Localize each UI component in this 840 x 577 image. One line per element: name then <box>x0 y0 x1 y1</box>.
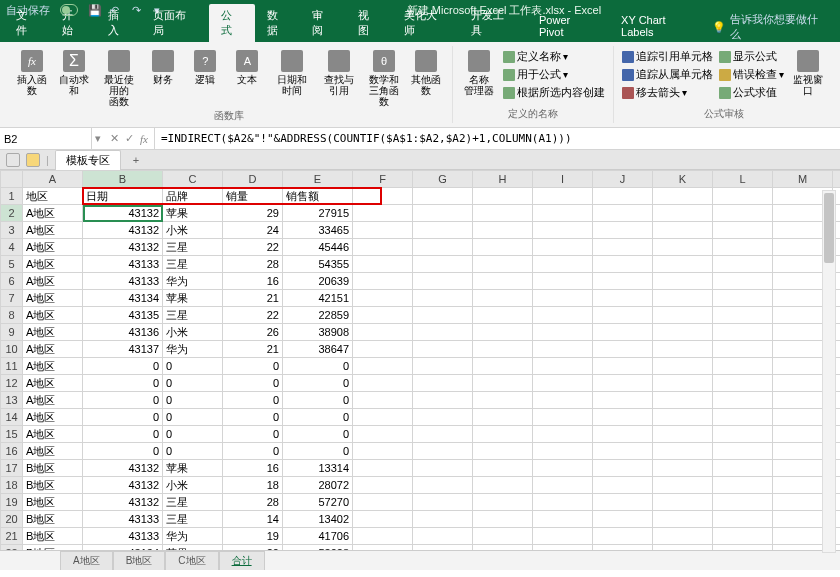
tab-review[interactable]: 审阅 <box>300 4 346 42</box>
cell-K1[interactable] <box>653 188 713 205</box>
cell-E9[interactable]: 38908 <box>283 324 353 341</box>
cell-E2[interactable]: 27915 <box>283 205 353 222</box>
cell-D14[interactable]: 0 <box>223 409 283 426</box>
cell-I19[interactable] <box>533 494 593 511</box>
cell-D8[interactable]: 22 <box>223 307 283 324</box>
cell-L12[interactable] <box>713 375 773 392</box>
tab-developer[interactable]: 开发工具 <box>459 4 527 42</box>
cell-E19[interactable]: 57270 <box>283 494 353 511</box>
cell-G18[interactable] <box>413 477 473 494</box>
cell-F3[interactable] <box>353 222 413 239</box>
cell-J20[interactable] <box>593 511 653 528</box>
cell-L20[interactable] <box>713 511 773 528</box>
cell-F11[interactable] <box>353 358 413 375</box>
use-in-formula-button[interactable]: 用于公式 ▾ <box>501 66 570 83</box>
cell-E16[interactable]: 0 <box>283 443 353 460</box>
remove-arrows-button[interactable]: 移去箭头 ▾ <box>620 84 689 101</box>
cell-D20[interactable]: 14 <box>223 511 283 528</box>
cell-A1[interactable]: 地区 <box>23 188 83 205</box>
name-box-dropdown-icon[interactable]: ▾ <box>92 132 104 145</box>
cell-K19[interactable] <box>653 494 713 511</box>
cell-A15[interactable]: A地区 <box>23 426 83 443</box>
cell-J3[interactable] <box>593 222 653 239</box>
cell-C2[interactable]: 苹果 <box>163 205 223 222</box>
create-from-selection-button[interactable]: 根据所选内容创建 <box>501 84 607 101</box>
cell-F13[interactable] <box>353 392 413 409</box>
cell-C16[interactable]: 0 <box>163 443 223 460</box>
cell-E1[interactable]: 销售额 <box>283 188 353 205</box>
cell-H11[interactable] <box>473 358 533 375</box>
cell-G5[interactable] <box>413 256 473 273</box>
col-header-A[interactable]: A <box>23 171 83 188</box>
cell-I9[interactable] <box>533 324 593 341</box>
cell-G11[interactable] <box>413 358 473 375</box>
cell-H6[interactable] <box>473 273 533 290</box>
show-formulas-button[interactable]: 显示公式 <box>717 48 779 65</box>
cell-E14[interactable]: 0 <box>283 409 353 426</box>
cell-I13[interactable] <box>533 392 593 409</box>
name-box[interactable]: B2 <box>0 128 92 150</box>
cell-A19[interactable]: B地区 <box>23 494 83 511</box>
cell-I18[interactable] <box>533 477 593 494</box>
row-header-16[interactable]: 16 <box>1 443 23 460</box>
cell-F12[interactable] <box>353 375 413 392</box>
cell-I11[interactable] <box>533 358 593 375</box>
cell-J14[interactable] <box>593 409 653 426</box>
cell-L4[interactable] <box>713 239 773 256</box>
cell-L2[interactable] <box>713 205 773 222</box>
cell-G7[interactable] <box>413 290 473 307</box>
cell-H14[interactable] <box>473 409 533 426</box>
cell-A11[interactable]: A地区 <box>23 358 83 375</box>
cell-G12[interactable] <box>413 375 473 392</box>
cell-D13[interactable]: 0 <box>223 392 283 409</box>
cell-A21[interactable]: B地区 <box>23 528 83 545</box>
cell-D15[interactable]: 0 <box>223 426 283 443</box>
cell-I10[interactable] <box>533 341 593 358</box>
select-all-corner[interactable] <box>1 171 23 188</box>
cell-K15[interactable] <box>653 426 713 443</box>
cell-E20[interactable]: 13402 <box>283 511 353 528</box>
name-manager-button[interactable]: 名称 管理器 <box>459 48 499 101</box>
cell-G3[interactable] <box>413 222 473 239</box>
row-header-17[interactable]: 17 <box>1 460 23 477</box>
cell-C18[interactable]: 小米 <box>163 477 223 494</box>
cell-I21[interactable] <box>533 528 593 545</box>
cell-A6[interactable]: A地区 <box>23 273 83 290</box>
tab-file[interactable]: 文件 <box>4 4 50 42</box>
cell-A4[interactable]: A地区 <box>23 239 83 256</box>
cell-D12[interactable]: 0 <box>223 375 283 392</box>
cell-G15[interactable] <box>413 426 473 443</box>
cell-G21[interactable] <box>413 528 473 545</box>
row-header-12[interactable]: 12 <box>1 375 23 392</box>
row-header-1[interactable]: 1 <box>1 188 23 205</box>
cell-J6[interactable] <box>593 273 653 290</box>
cell-G9[interactable] <box>413 324 473 341</box>
cell-E17[interactable]: 13314 <box>283 460 353 477</box>
cell-C6[interactable]: 华为 <box>163 273 223 290</box>
cell-I3[interactable] <box>533 222 593 239</box>
fx-icon-small[interactable]: fx <box>140 133 148 145</box>
watch-window-button[interactable]: 监视窗口 <box>788 48 828 101</box>
new-doc-icon[interactable] <box>6 153 20 167</box>
cell-A16[interactable]: A地区 <box>23 443 83 460</box>
row-header-18[interactable]: 18 <box>1 477 23 494</box>
logical-button[interactable]: ?逻辑 <box>185 48 225 109</box>
cell-B5[interactable]: 43133 <box>83 256 163 273</box>
row-header-9[interactable]: 9 <box>1 324 23 341</box>
tab-page-layout[interactable]: 页面布局 <box>141 4 209 42</box>
cell-C19[interactable]: 三星 <box>163 494 223 511</box>
row-header-7[interactable]: 7 <box>1 290 23 307</box>
cell-K3[interactable] <box>653 222 713 239</box>
cell-L7[interactable] <box>713 290 773 307</box>
cell-E21[interactable]: 41706 <box>283 528 353 545</box>
cell-C11[interactable]: 0 <box>163 358 223 375</box>
cell-L19[interactable] <box>713 494 773 511</box>
col-header-C[interactable]: C <box>163 171 223 188</box>
cell-A14[interactable]: A地区 <box>23 409 83 426</box>
tab-beautify[interactable]: 美化大师 <box>392 4 460 42</box>
cell-B18[interactable]: 43132 <box>83 477 163 494</box>
cell-L11[interactable] <box>713 358 773 375</box>
cell-I17[interactable] <box>533 460 593 477</box>
cell-G6[interactable] <box>413 273 473 290</box>
cell-G13[interactable] <box>413 392 473 409</box>
